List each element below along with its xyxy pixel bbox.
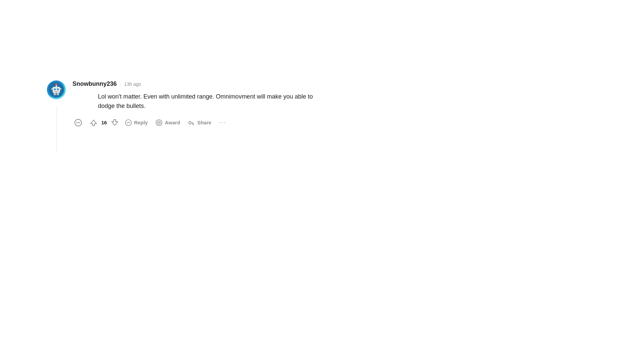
svg-rect-1: [53, 87, 60, 93]
share-button[interactable]: Share: [185, 117, 214, 128]
svg-rect-4: [54, 91, 59, 92]
timestamp: 13h ago: [124, 81, 141, 87]
svg-rect-2: [54, 88, 56, 90]
collapse-icon: [74, 119, 82, 126]
downvote-icon: [111, 119, 118, 126]
vote-count: 16: [100, 120, 108, 125]
comment-header: Snowbunny236 • 13h ago: [72, 80, 313, 87]
svg-rect-3: [57, 88, 59, 90]
svg-point-16: [158, 122, 160, 123]
username: Snowbunny236: [72, 80, 117, 87]
svg-rect-7: [54, 93, 56, 95]
share-icon: [187, 119, 195, 126]
upvote-icon: [90, 119, 97, 126]
reply-label: Reply: [134, 120, 148, 125]
upvote-button[interactable]: [88, 117, 99, 128]
svg-point-13: [125, 120, 131, 126]
avatar: [47, 80, 66, 99]
award-button[interactable]: Award: [153, 117, 183, 128]
comment-text: Lol won't matter. Even with unlimited ra…: [98, 92, 313, 111]
reply-icon: [125, 119, 132, 126]
comment-line1: Lol won't matter. Even with unlimited ra…: [98, 93, 313, 100]
svg-rect-9: [51, 88, 53, 90]
share-label: Share: [197, 120, 211, 125]
comment-body: Snowbunny236 • 13h ago Lol won't matter.…: [72, 80, 313, 128]
svg-rect-8: [57, 93, 59, 95]
award-label: Award: [165, 120, 180, 125]
avatar-image: [49, 82, 64, 98]
more-options-button[interactable]: ···: [216, 117, 230, 128]
comment-line2: dodge the bullets.: [98, 103, 146, 109]
comment-container: Snowbunny236 • 13h ago Lol won't matter.…: [47, 80, 313, 128]
svg-rect-10: [60, 88, 61, 90]
downvote-button[interactable]: [109, 117, 120, 128]
collapse-button[interactable]: [72, 117, 84, 128]
page: Snowbunny236 • 13h ago Lol won't matter.…: [0, 0, 644, 362]
comment-actions: 16 Reply: [72, 117, 313, 128]
reply-button[interactable]: Reply: [122, 117, 151, 128]
more-dots: ···: [219, 119, 226, 126]
separator: •: [120, 83, 121, 85]
svg-point-6: [55, 83, 57, 85]
vote-section: 16: [88, 117, 120, 128]
award-icon: [155, 119, 163, 126]
